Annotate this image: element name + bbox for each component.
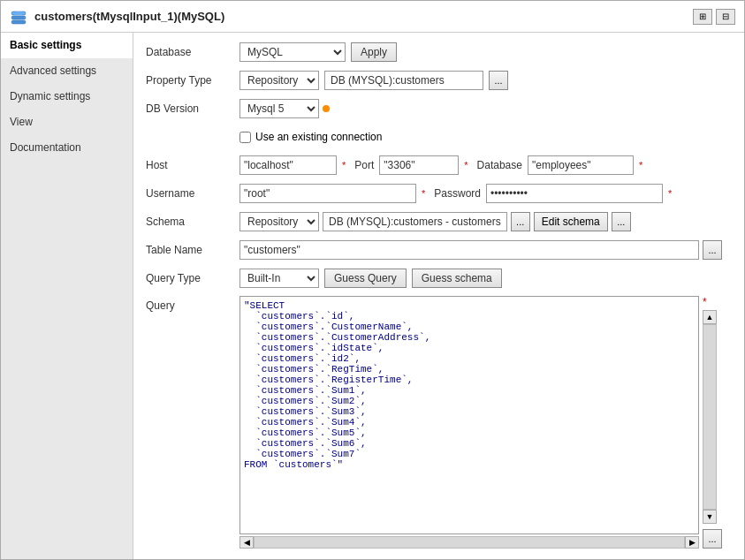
query-required: * bbox=[703, 296, 722, 308]
table-name-field-row: ... bbox=[239, 240, 722, 260]
scroll-down-button[interactable]: ▼ bbox=[703, 510, 717, 524]
horizontal-scrollbar: ◀ ▶ bbox=[239, 536, 699, 549]
use-existing-checkbox[interactable] bbox=[239, 132, 251, 143]
vertical-scrollbar: ▲ ▼ bbox=[703, 310, 722, 524]
sidebar: Basic settings Advanced settings Dynamic… bbox=[1, 33, 133, 559]
property-type-value: DB (MYSQL):customers bbox=[324, 71, 483, 90]
content-area: Basic settings Advanced settings Dynamic… bbox=[1, 33, 744, 559]
property-type-row: Property Type Repository DB (MYSQL):cust… bbox=[146, 70, 732, 91]
password-input[interactable] bbox=[486, 184, 663, 203]
port-input[interactable] bbox=[379, 155, 459, 175]
query-type-row: Query Type Built-In Guess Query Guess sc… bbox=[146, 268, 732, 289]
db-required: * bbox=[639, 160, 642, 170]
scroll-left-button[interactable]: ◀ bbox=[239, 536, 254, 549]
query-type-controls: Built-In Guess Query Guess schema bbox=[239, 269, 502, 288]
query-type-select[interactable]: Built-In bbox=[239, 269, 319, 288]
table-name-label: Table Name bbox=[146, 244, 234, 256]
version-indicator bbox=[323, 105, 330, 112]
use-existing-label: Use an existing connection bbox=[255, 131, 382, 143]
guess-query-button[interactable]: Guess Query bbox=[324, 269, 407, 288]
query-side-controls: * ▲ ▼ ... bbox=[703, 296, 722, 549]
scroll-up-button[interactable]: ▲ bbox=[703, 310, 717, 324]
sidebar-item-view[interactable]: View bbox=[1, 110, 133, 135]
password-label: Password bbox=[434, 187, 481, 200]
schema-value: DB (MYSQL):customers - customers bbox=[323, 212, 507, 231]
query-area-wrapper: "SELECT `customers`.`id`, `customers`.`C… bbox=[239, 296, 722, 549]
database-field-input[interactable] bbox=[528, 155, 634, 175]
database-row: Database MySQL Apply bbox=[146, 42, 732, 63]
main-window: customers(tMysqlInput_1)(MySQL) ⊞ ⊟ Basi… bbox=[0, 0, 745, 560]
username-input[interactable] bbox=[239, 184, 416, 203]
database-select[interactable]: MySQL bbox=[239, 42, 346, 62]
db-version-row: DB Version Mysql 5 bbox=[146, 98, 732, 119]
sidebar-item-basic-settings[interactable]: Basic settings bbox=[1, 33, 133, 58]
vscroll-track bbox=[703, 324, 717, 510]
title-bar: customers(tMysqlInput_1)(MySQL) ⊞ ⊟ bbox=[1, 1, 744, 33]
username-label: Username bbox=[146, 187, 234, 200]
schema-label: Schema bbox=[146, 216, 234, 228]
username-row: Username * Password * bbox=[146, 183, 732, 204]
main-panel: Database MySQL Apply Property Type Repos… bbox=[133, 33, 744, 559]
schema-select[interactable]: Repository bbox=[239, 212, 319, 231]
property-type-select[interactable]: Repository bbox=[239, 71, 319, 90]
port-label: Port bbox=[354, 159, 374, 171]
query-label: Query bbox=[146, 296, 234, 312]
query-textarea[interactable]: "SELECT `customers`.`id`, `customers`.`C… bbox=[239, 296, 699, 534]
database-field-label: Database bbox=[477, 159, 522, 171]
svg-point-3 bbox=[11, 11, 26, 15]
sidebar-item-dynamic-settings[interactable]: Dynamic settings bbox=[1, 84, 133, 110]
schema-row: Schema Repository DB (MYSQL):customers -… bbox=[146, 211, 732, 232]
host-input[interactable] bbox=[239, 155, 337, 175]
schema-ellipsis-button[interactable]: ... bbox=[511, 212, 530, 231]
edit-schema-button[interactable]: Edit schema bbox=[534, 212, 608, 231]
query-row: Query "SELECT `customers`.`id`, `custome… bbox=[146, 296, 732, 549]
window-title: customers(tMysqlInput_1)(MySQL) bbox=[34, 10, 224, 23]
sidebar-item-documentation[interactable]: Documentation bbox=[1, 135, 133, 161]
schema-field: Repository DB (MYSQL):customers - custom… bbox=[239, 212, 631, 231]
db-version-select[interactable]: Mysql 5 bbox=[239, 99, 319, 118]
database-label: Database bbox=[146, 46, 234, 58]
svg-rect-2 bbox=[11, 20, 26, 24]
title-bar-right: ⊞ ⊟ bbox=[693, 9, 735, 25]
property-type-label: Property Type bbox=[146, 74, 234, 87]
table-name-row: Table Name ... bbox=[146, 239, 732, 261]
host-label: Host bbox=[146, 159, 234, 171]
host-row: Host * Port * Database * bbox=[146, 155, 732, 176]
use-existing-checkbox-row: Use an existing connection bbox=[239, 131, 382, 143]
edit-schema-ellipsis-button[interactable]: ... bbox=[612, 212, 631, 231]
username-required: * bbox=[422, 188, 425, 199]
query-editor-container: "SELECT `customers`.`id`, `customers`.`C… bbox=[239, 296, 699, 549]
split-view-button[interactable]: ⊟ bbox=[716, 9, 735, 25]
db-version-control: Mysql 5 bbox=[239, 99, 330, 118]
hscroll-track bbox=[254, 536, 685, 549]
query-ellipsis-button[interactable]: ... bbox=[703, 529, 722, 549]
scroll-right-button[interactable]: ▶ bbox=[685, 536, 699, 549]
apply-button[interactable]: Apply bbox=[351, 42, 397, 62]
svg-rect-1 bbox=[11, 16, 26, 19]
db-icon bbox=[10, 8, 27, 26]
query-type-label: Query Type bbox=[146, 272, 234, 284]
guess-schema-button[interactable]: Guess schema bbox=[412, 269, 502, 288]
port-required: * bbox=[464, 160, 468, 170]
use-existing-row: Use an existing connection bbox=[146, 126, 732, 148]
table-name-input[interactable] bbox=[239, 240, 699, 260]
grid-view-button[interactable]: ⊞ bbox=[693, 9, 712, 25]
title-bar-left: customers(tMysqlInput_1)(MySQL) bbox=[10, 8, 224, 26]
query-editor-row: "SELECT `customers`.`id`, `customers`.`C… bbox=[239, 296, 722, 549]
table-name-ellipsis-button[interactable]: ... bbox=[703, 240, 722, 260]
db-version-label: DB Version bbox=[146, 102, 234, 115]
password-required: * bbox=[668, 188, 672, 199]
sidebar-item-advanced-settings[interactable]: Advanced settings bbox=[1, 58, 133, 84]
host-required: * bbox=[342, 160, 346, 170]
property-type-ellipsis-button[interactable]: ... bbox=[489, 71, 508, 90]
